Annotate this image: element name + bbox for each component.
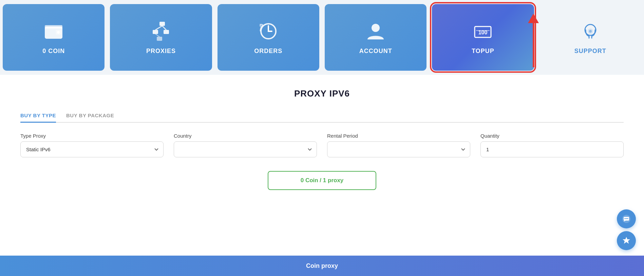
- main-content: PROXY IPV6 BUY BY TYPE BUY BY PACKAGE Ty…: [0, 75, 644, 272]
- svg-line-10: [155, 34, 159, 37]
- svg-line-8: [162, 26, 166, 30]
- price-button[interactable]: 0 Coin / 1 proxy: [268, 171, 376, 190]
- rental-period-label: Rental Period: [327, 133, 470, 139]
- orders-icon: [258, 20, 279, 42]
- svg-rect-1: [45, 25, 62, 29]
- nav-label-support: Support: [574, 48, 606, 55]
- nav-item-proxies[interactable]: PROXIES: [110, 4, 212, 71]
- star-fab-button[interactable]: [617, 231, 636, 250]
- svg-point-23: [626, 218, 627, 219]
- type-proxy-select[interactable]: Static IPv6 Rotating IPv6: [20, 141, 164, 157]
- svg-point-19: [589, 30, 592, 33]
- proxies-icon: [150, 20, 172, 42]
- svg-rect-4: [159, 22, 165, 26]
- svg-marker-25: [623, 237, 630, 244]
- svg-point-22: [625, 218, 626, 219]
- chat-fab-button[interactable]: [617, 209, 636, 228]
- nav-label-orders: ORDERS: [254, 48, 282, 55]
- type-proxy-label: Type Proxy: [20, 133, 164, 139]
- country-select[interactable]: [174, 141, 317, 157]
- type-proxy-group: Type Proxy Static IPv6 Rotating IPv6: [20, 133, 164, 157]
- nav-label-topup: TOPUP: [472, 48, 494, 55]
- quantity-label: Quantity: [480, 133, 624, 139]
- country-label: Country: [174, 133, 317, 139]
- top-navigation: 0 COIN PROXIES ORDERS: [0, 0, 644, 75]
- nav-item-support[interactable]: Support: [539, 4, 641, 71]
- svg-point-24: [627, 218, 628, 219]
- rental-period-select[interactable]: [327, 141, 470, 157]
- price-section: 0 Coin / 1 proxy: [20, 171, 624, 190]
- quantity-input[interactable]: [480, 141, 624, 157]
- tab-bar: BUY BY TYPE BUY BY PACKAGE: [20, 109, 624, 123]
- nav-item-coin[interactable]: 0 COIN: [3, 4, 105, 71]
- bottom-bar-text: Coin proxy: [306, 262, 338, 270]
- nav-label-account: ACCOUNT: [359, 48, 392, 55]
- svg-rect-9: [157, 37, 162, 41]
- nav-item-orders[interactable]: ORDERS: [217, 4, 319, 71]
- support-icon: [580, 20, 601, 42]
- svg-point-12: [372, 24, 380, 32]
- svg-point-3: [57, 31, 60, 34]
- form-row: Type Proxy Static IPv6 Rotating IPv6 Cou…: [20, 133, 624, 157]
- country-group: Country: [174, 133, 317, 157]
- bottom-bar: Coin proxy: [0, 256, 644, 276]
- svg-rect-6: [164, 30, 169, 34]
- page-title: PROXY IPV6: [20, 88, 624, 99]
- chat-icon: [622, 214, 631, 224]
- tab-buy-by-package[interactable]: BUY BY PACKAGE: [66, 109, 114, 123]
- star-icon: [622, 236, 631, 245]
- svg-line-7: [155, 26, 162, 30]
- nav-label-coin: 0 COIN: [42, 48, 65, 55]
- nav-item-account[interactable]: ACCOUNT: [325, 4, 427, 71]
- nav-item-topup[interactable]: 100 TOPUP: [432, 4, 534, 71]
- account-icon: [365, 20, 386, 42]
- svg-rect-5: [153, 30, 158, 34]
- quantity-group: Quantity: [480, 133, 624, 157]
- nav-label-proxies: PROXIES: [146, 48, 176, 55]
- topup-icon: 100: [472, 20, 494, 42]
- wallet-icon: [43, 20, 64, 42]
- rental-period-group: Rental Period: [327, 133, 470, 157]
- tab-buy-by-type[interactable]: BUY BY TYPE: [20, 109, 56, 123]
